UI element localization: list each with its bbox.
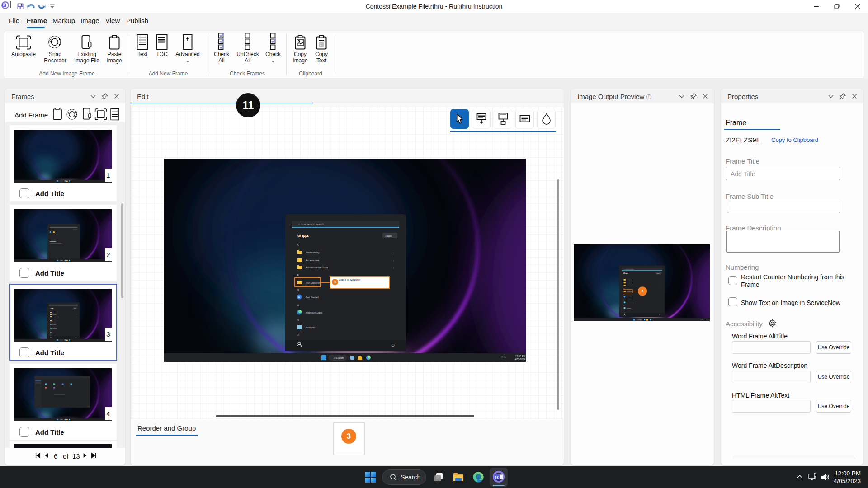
svg-text:R: R [495,474,499,479]
svg-text:3: 3 [642,290,643,293]
